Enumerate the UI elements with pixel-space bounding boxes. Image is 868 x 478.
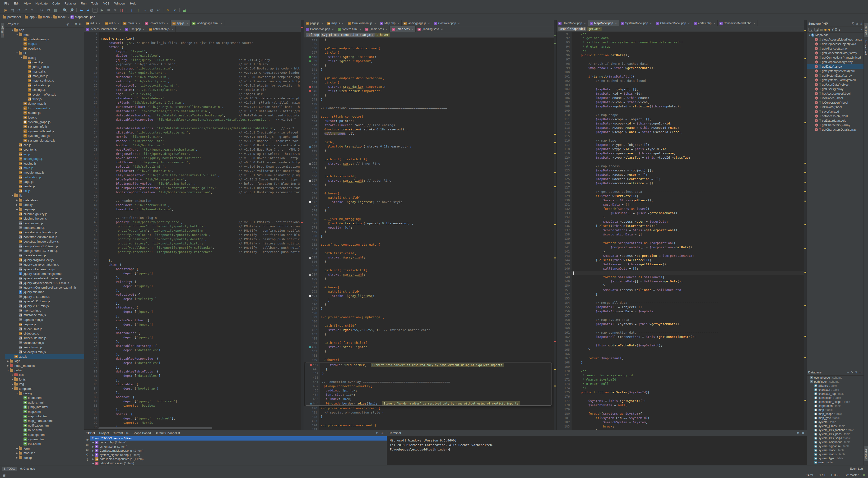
todo-file-schema.php[interactable]: ▶Pschema.php(1 item) xyxy=(90,445,387,449)
replace-icon[interactable]: 🔎 xyxy=(68,7,75,13)
rollback-icon[interactable]: ↩ xyxy=(155,7,161,13)
project-tree-item-slidebars.js[interactable]: JSslidebars.js xyxy=(5,331,84,336)
tab-cortex.php[interactable]: Pcortex.php✕ xyxy=(692,21,717,26)
tab-Map.php[interactable]: PMap.php✕ xyxy=(378,21,402,26)
project-tree-item-bootbox.min.js[interactable]: JSbootbox.min.js xyxy=(5,221,84,225)
project-tree-item-credit.html[interactable]: Hcredit.html xyxy=(5,395,84,400)
project-tree-item-img[interactable]: ▶img xyxy=(5,382,84,386)
project-panel-title[interactable]: Project ▾ xyxy=(7,22,19,26)
group-methods-icon[interactable]: Y xyxy=(832,28,834,31)
expand-all-icon[interactable]: ⇱ xyxy=(851,22,854,25)
structure-method-getUserData[interactable]: mgetUserData():object xyxy=(807,82,864,87)
project-tree-item-jquery.dragToSelect.js[interactable]: JSjquery.dragToSelect.js xyxy=(5,258,84,262)
color-preview-chip[interactable] xyxy=(310,403,312,405)
find-icon[interactable]: 🔍 xyxy=(62,7,68,13)
project-tree-item-main.js[interactable]: JSmain.js xyxy=(5,166,84,170)
project-tree-item-form_element.js[interactable]: JSform_element.js xyxy=(5,106,84,110)
project-tree-item-notification.html[interactable]: Hnotification.html xyxy=(5,423,84,428)
tool-stripe-database[interactable]: Database xyxy=(864,446,868,461)
horizontal-scrollbar[interactable] xyxy=(98,427,212,429)
structure-method-clearAccess[interactable]: mclearAccess([clearKeys : array = xyxy=(807,37,864,42)
project-tree-item-validator.min.js[interactable]: JSvalidator.min.js xyxy=(5,341,84,345)
tab-MapModel.php[interactable]: PMapModel.php✕ xyxy=(588,21,619,26)
structure-method-getCharacters[interactable]: mgetCharacters():array xyxy=(807,123,864,127)
close-icon[interactable]: ✕ xyxy=(428,22,430,25)
project-tree-item-overlay.js[interactable]: JSoverlay.js xyxy=(5,46,84,51)
project-tree-item-gallery.html[interactable]: Hgallery.html xyxy=(5,400,84,405)
project-tree-item-ui[interactable]: ▼ui xyxy=(5,51,84,55)
structure-method-isAlliance[interactable]: misAlliance():bool xyxy=(807,96,864,100)
structure-class-row[interactable]: ▼CMapModel xyxy=(807,33,864,37)
project-tree-item-jump_info.html[interactable]: Hjump_info.html xyxy=(5,405,84,409)
database-item-character_log[interactable]: ▦character_log: table xyxy=(807,392,864,396)
gear-icon[interactable]: ⚙ xyxy=(860,22,862,25)
todo-tool-icon[interactable]: ⟳ xyxy=(86,438,89,442)
close-icon[interactable]: ✕ xyxy=(143,28,145,31)
database-item-connection[interactable]: ▦connection: table xyxy=(807,396,864,400)
project-tree-item-map.html[interactable]: Hmap.html xyxy=(5,409,84,414)
database-item-system_type[interactable]: ▦system_type: table xyxy=(807,456,864,460)
project-tree-item-blueimp-gallery.js[interactable]: JSblueimp-gallery.js xyxy=(5,212,84,216)
project-tree-item-landingpage.js[interactable]: JSlandingpage.js xyxy=(5,157,84,161)
tab-_map.scss[interactable]: S_map.scss✕ xyxy=(390,26,415,32)
status-segment-Git-master[interactable]: Git: master xyxy=(844,474,859,477)
project-tree-item-jquery.fullscreen.min.js[interactable]: JSjquery.fullscreen.min.js xyxy=(5,267,84,271)
menu-view[interactable]: View xyxy=(22,2,33,5)
close-icon[interactable]: ✕ xyxy=(688,22,690,25)
todo-file-system_signature.php[interactable]: ▶Psystem_signature.php(1 item) xyxy=(90,453,387,457)
project-tree-item-credit.js[interactable]: JScredit.js xyxy=(5,60,84,64)
show-constants-icon[interactable]: ◆ xyxy=(828,28,830,31)
project-structure-icon[interactable]: ⬓ xyxy=(181,7,187,13)
undo-icon[interactable]: ↶ xyxy=(23,7,29,13)
toolwindow-button-9-Changes[interactable]: 9: Changes xyxy=(19,467,37,471)
tool-stripe-project[interactable]: 1: Project xyxy=(1,23,4,37)
project-tree-item-map_info.js[interactable]: JSmap_info.js xyxy=(5,74,84,78)
database-header-icon[interactable]: ⟳ xyxy=(850,371,853,374)
todo-tab-current-file[interactable]: Current File xyxy=(113,431,129,435)
project-tree-item-jquery.mCustomScrollbar.concat.min.js[interactable]: JSjquery.mCustomScrollbar.concat.min.js xyxy=(5,285,84,290)
project-tree-item-system_killboard.js[interactable]: JSsystem_killboard.js xyxy=(5,129,84,133)
todo-file-CcpSystemsMapper.php[interactable]: ▶PCcpSystemsMapper.php(1 item) xyxy=(90,449,387,453)
todo-tool-icon[interactable]: ↧ xyxy=(86,458,89,461)
database-item-system[interactable]: ▦system: table xyxy=(807,420,864,424)
project-tree-item-render.js[interactable]: JSrender.js xyxy=(5,184,84,189)
color-preview-chip[interactable] xyxy=(310,364,312,366)
close-icon[interactable]: ✕ xyxy=(332,28,334,31)
tab-app.js[interactable]: JSapp.js✕ xyxy=(170,21,190,26)
tab-init.js[interactable]: JSinit.js✕ xyxy=(84,21,103,26)
project-tree-item-select2.min.js[interactable]: JSselect2.min.js xyxy=(5,326,84,331)
tab-Connection.php[interactable]: PConnection.php✕ xyxy=(304,26,336,32)
context-chip[interactable]: &:hover xyxy=(375,33,390,37)
structure-method-getAlliances[interactable]: mgetAlliances():array xyxy=(807,46,864,51)
tab-SystemModel.php[interactable]: PSystemModel.php✕ xyxy=(619,21,654,26)
color-preview-chip[interactable] xyxy=(309,201,311,203)
todo-header-icon[interactable]: ⚙ xyxy=(376,431,379,435)
project-tree-item-app.js[interactable]: JSapp.js xyxy=(5,354,84,359)
project-tree-item-jquery-1.11.3.min.js[interactable]: JSjquery-1.11.3.min.js xyxy=(5,299,84,304)
vcs-history-icon[interactable]: ⌂ xyxy=(142,7,148,13)
menu-vcs[interactable]: VCS xyxy=(101,2,112,5)
tab-system.html[interactable]: Hsystem.html✕ xyxy=(336,26,363,32)
tab-_landing.scss[interactable]: S_landing.scss✕ xyxy=(415,26,445,32)
project-tree-item-fonts[interactable]: ▶fonts xyxy=(5,377,84,382)
copy-icon[interactable]: ⧉ xyxy=(45,7,52,13)
project-tree-item-settings.html[interactable]: Hsettings.html xyxy=(5,432,84,437)
tab-form_element.js[interactable]: JSform_element.js✕ xyxy=(346,21,378,26)
project-tree-item-css[interactable]: ▶css xyxy=(5,373,84,377)
code-area[interactable]: 334 }335336._jsPlumb_endpoint_drop_allow… xyxy=(304,38,557,429)
project-header-icon[interactable]: ⚙ xyxy=(74,22,78,26)
structure-method-setData[interactable]: msetData(data):void xyxy=(807,118,864,123)
tab-User.php[interactable]: PUser.php✕ xyxy=(123,26,147,32)
todo-file-_dropdowns.scss[interactable]: ▶S_dropdowns.scss(1 item) xyxy=(90,461,387,466)
project-tree-item-map_manual.html[interactable]: Hmap_manual.html xyxy=(5,418,84,423)
vcs-patch-icon[interactable]: ▧ xyxy=(149,7,155,13)
status-segment-CRLF[interactable]: CRLF xyxy=(819,474,826,477)
database-header-icon[interactable]: + xyxy=(847,371,849,374)
project-tree-item-jquery.hoverIntent.minified.js[interactable]: JSjquery.hoverIntent.minified.js xyxy=(5,276,84,281)
database-item-user[interactable]: ▦user: table xyxy=(807,460,864,464)
project-tree-item-app[interactable]: ▼app xyxy=(5,28,84,32)
project-tree-item-bootstrap-confirmation.js[interactable]: JSbootstrap-confirmation.js xyxy=(5,230,84,234)
project-tree-item-header.js[interactable]: JSheader.js xyxy=(5,110,84,115)
project-tree-item-dialog[interactable]: ▼dialog xyxy=(5,391,84,395)
tab-main.js[interactable]: JSmain.js✕ xyxy=(121,21,143,26)
